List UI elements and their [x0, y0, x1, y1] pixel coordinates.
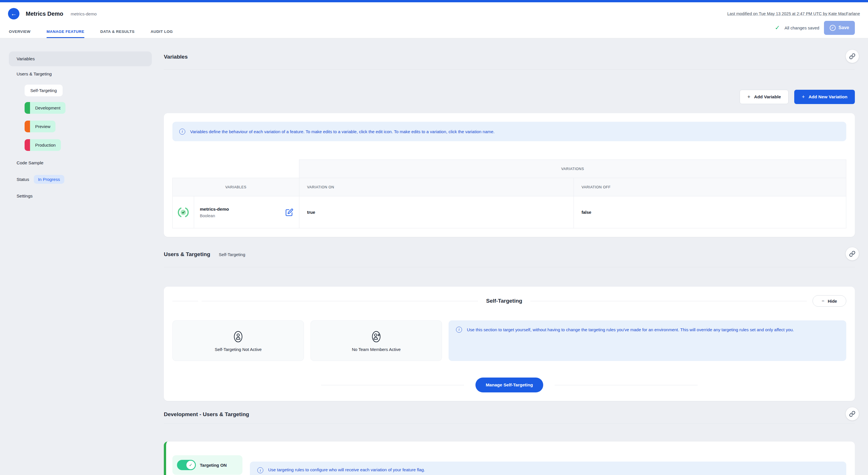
development-targeting-card: ✓ Targeting ON i Use targeting rules to … — [164, 442, 855, 475]
add-variable-button[interactable]: + Add Variable — [740, 90, 788, 104]
variables-info-banner: i Variables define the behaviour of each… — [173, 122, 846, 141]
variables-column-header: VARIABLES — [173, 178, 299, 196]
user-plus-circle-icon — [369, 330, 383, 344]
edit-pencil-icon — [285, 208, 293, 216]
variable-name: metrics-demo — [200, 207, 229, 212]
link-icon — [849, 251, 856, 257]
add-new-variation-button[interactable]: + Add New Variation — [794, 90, 855, 104]
variation-off-column-header: VARIATION OFF — [574, 178, 846, 196]
sidebar-item-users-targeting[interactable]: Users & Targeting — [9, 70, 152, 78]
variables-card: i Variables define the behaviour of each… — [164, 113, 855, 237]
env-color-bar — [25, 102, 30, 114]
link-icon — [849, 53, 856, 59]
main-content: Variables + Add Variable + Add New Varia… — [164, 38, 855, 475]
self-targeting-info-banner: i Use this section to target yourself, w… — [448, 320, 846, 361]
manage-self-targeting-row: Manage Self-Targeting — [173, 378, 846, 392]
variables-section-title: Variables — [164, 52, 188, 62]
targeting-toggle[interactable]: ✓ — [177, 460, 196, 470]
users-targeting-section-title: Users & Targeting — [164, 249, 210, 259]
env-label: Development — [30, 102, 65, 114]
save-status-text: All changes saved — [784, 26, 819, 30]
tab-bar: OVERVIEW MANAGE FEATURE DATA & RESULTS A… — [0, 25, 868, 38]
development-section-header: Development - Users & Targeting — [164, 409, 855, 424]
targeting-status-label: Targeting ON — [200, 463, 227, 468]
divider — [202, 301, 478, 301]
development-link-button[interactable] — [846, 407, 859, 420]
page-title: Metrics Demo — [26, 10, 63, 17]
divider — [530, 301, 807, 301]
team-members-status-text: No Team Members Active — [352, 347, 401, 352]
boolean-variable-icon — [173, 207, 194, 218]
section-nav-sidebar: Variables Users & Targeting Self-Targeti… — [9, 52, 152, 200]
self-targeting-panel: Self-Targeting – Hide Self — [164, 287, 855, 401]
add-new-variation-label: Add New Variation — [809, 94, 847, 99]
variable-table-row: metrics-demo Boolean — [173, 196, 846, 228]
plus-icon: + — [747, 94, 750, 100]
link-icon — [849, 411, 856, 417]
variables-section-header: Variables — [164, 52, 855, 70]
variation-on-column-header: VARIATION ON — [299, 178, 574, 196]
save-button[interactable]: ✓ Save — [824, 21, 855, 35]
users-targeting-section-subtitle: Self-Targeting — [219, 252, 245, 257]
development-section-title: Development - Users & Targeting — [164, 409, 249, 419]
variation-off-value: false — [574, 196, 846, 228]
circle-check-icon: ✓ — [830, 25, 836, 31]
info-icon: i — [456, 327, 462, 333]
hide-button[interactable]: – Hide — [812, 295, 846, 307]
tab-overview[interactable]: OVERVIEW — [9, 25, 31, 38]
targeting-info-banner: i Use targeting rules to configure who w… — [250, 462, 846, 475]
tab-audit-log[interactable]: AUDIT LOG — [151, 25, 173, 38]
self-targeting-info-text: Use this section to target yourself, wit… — [467, 327, 794, 333]
divider — [173, 301, 198, 301]
app-header: ← Metrics Demo metrics-demo Last modifie… — [0, 2, 868, 25]
self-targeting-status-text: Self-Targeting Not Active — [215, 347, 261, 352]
save-button-label: Save — [839, 25, 849, 30]
variables-actions: + Add Variable + Add New Variation — [164, 90, 855, 104]
hide-button-label: Hide — [828, 299, 837, 304]
sidebar-item-code-sample[interactable]: Code Sample — [9, 159, 152, 167]
variations-group-header: VARIATIONS — [299, 160, 846, 178]
targeting-info-text: Use targeting rules to configure who wil… — [268, 467, 425, 472]
edit-variable-button[interactable] — [285, 208, 293, 216]
sidebar-item-settings[interactable]: Settings — [9, 192, 152, 200]
plus-icon: + — [802, 94, 805, 100]
arrow-left-icon: ← — [11, 10, 17, 17]
self-targeting-panel-title: Self-Targeting — [486, 298, 522, 304]
sidebar-item-variables[interactable]: Variables — [9, 52, 152, 66]
last-modified-link[interactable]: Last modified on Tue May 13 2025 at 2:47… — [727, 11, 860, 16]
team-members-status-card: No Team Members Active — [310, 320, 442, 361]
self-targeting-status-blocks: Self-Targeting Not Active No Team Member… — [173, 320, 846, 361]
env-label: Preview — [30, 121, 56, 132]
sidebar-item-self-targeting[interactable]: Self-Targeting — [25, 85, 63, 96]
status-label: Status — [17, 177, 29, 182]
variable-type: Boolean — [200, 214, 229, 218]
env-color-bar — [25, 121, 30, 132]
variables-section-link-button[interactable] — [846, 50, 859, 63]
tab-data-results[interactable]: DATA & RESULTS — [100, 25, 135, 38]
users-targeting-link-button[interactable] — [846, 247, 859, 260]
manage-self-targeting-button[interactable]: Manage Self-Targeting — [475, 378, 543, 392]
sidebar-item-env-preview[interactable]: Preview — [25, 121, 56, 132]
back-button[interactable]: ← — [8, 8, 20, 20]
info-icon: i — [257, 467, 263, 473]
feature-key: metrics-demo — [71, 11, 97, 16]
user-circle-icon — [231, 330, 245, 344]
users-targeting-section-header: Users & Targeting Self-Targeting — [164, 249, 855, 267]
check-icon: ✓ — [775, 24, 780, 31]
save-status-bar: ✓ All changes saved ✓ Save — [775, 21, 855, 35]
divider — [321, 385, 464, 385]
status-badge[interactable]: In Progress — [34, 175, 64, 184]
variation-on-value: true — [299, 196, 574, 228]
variable-type-icon-cell — [173, 196, 194, 228]
env-color-bar — [25, 139, 30, 151]
sidebar-item-env-development[interactable]: Development — [25, 102, 65, 114]
sidebar-item-status[interactable]: Status In Progress — [9, 173, 152, 185]
variables-info-text: Variables define the behaviour of each v… — [190, 129, 495, 134]
self-targeting-title-row: Self-Targeting – Hide — [173, 295, 846, 307]
info-icon: i — [179, 129, 185, 135]
add-variable-label: Add Variable — [754, 94, 781, 99]
divider — [555, 385, 698, 385]
targeting-status-box: ✓ Targeting ON — [173, 455, 243, 475]
tab-manage-feature[interactable]: MANAGE FEATURE — [46, 25, 84, 38]
sidebar-item-env-production[interactable]: Production — [25, 139, 61, 151]
